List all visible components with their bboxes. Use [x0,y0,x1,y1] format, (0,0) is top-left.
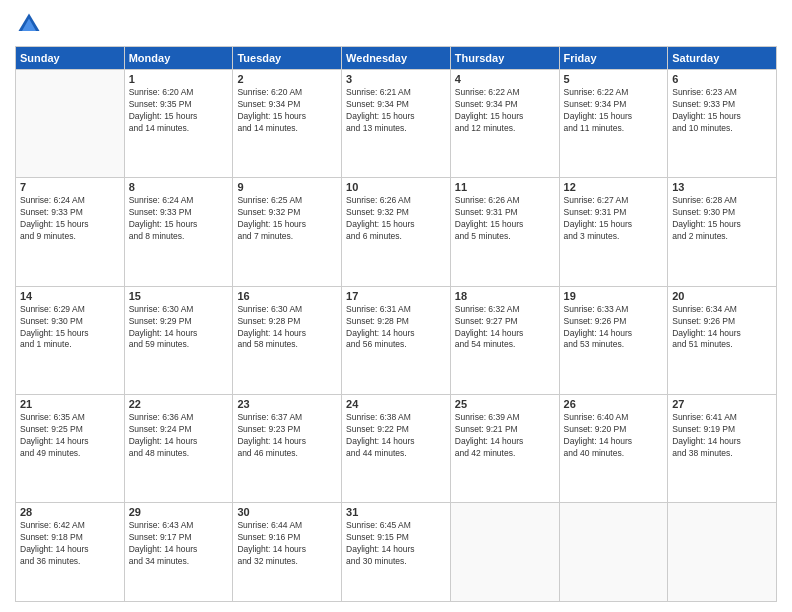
calendar-day-cell: 19Sunrise: 6:33 AMSunset: 9:26 PMDayligh… [559,286,668,394]
weekday-header: Sunday [16,47,125,70]
page: SundayMondayTuesdayWednesdayThursdayFrid… [0,0,792,612]
calendar-day-cell: 22Sunrise: 6:36 AMSunset: 9:24 PMDayligh… [124,395,233,503]
calendar-day-cell: 8Sunrise: 6:24 AMSunset: 9:33 PMDaylight… [124,178,233,286]
day-info: Sunrise: 6:31 AMSunset: 9:28 PMDaylight:… [346,304,446,352]
logo [15,10,45,38]
day-number: 2 [237,73,337,85]
calendar-day-cell [16,70,125,178]
day-number: 28 [20,506,120,518]
calendar-week-row: 7Sunrise: 6:24 AMSunset: 9:33 PMDaylight… [16,178,777,286]
day-number: 23 [237,398,337,410]
day-number: 14 [20,290,120,302]
calendar-day-cell: 9Sunrise: 6:25 AMSunset: 9:32 PMDaylight… [233,178,342,286]
calendar-day-cell [559,503,668,602]
day-info: Sunrise: 6:26 AMSunset: 9:31 PMDaylight:… [455,195,555,243]
day-number: 5 [564,73,664,85]
calendar-day-cell: 16Sunrise: 6:30 AMSunset: 9:28 PMDayligh… [233,286,342,394]
day-number: 26 [564,398,664,410]
day-number: 30 [237,506,337,518]
day-info: Sunrise: 6:20 AMSunset: 9:34 PMDaylight:… [237,87,337,135]
weekday-header: Monday [124,47,233,70]
calendar-day-cell: 29Sunrise: 6:43 AMSunset: 9:17 PMDayligh… [124,503,233,602]
day-number: 13 [672,181,772,193]
calendar-week-row: 1Sunrise: 6:20 AMSunset: 9:35 PMDaylight… [16,70,777,178]
day-info: Sunrise: 6:26 AMSunset: 9:32 PMDaylight:… [346,195,446,243]
calendar-week-row: 14Sunrise: 6:29 AMSunset: 9:30 PMDayligh… [16,286,777,394]
day-number: 15 [129,290,229,302]
calendar-day-cell: 24Sunrise: 6:38 AMSunset: 9:22 PMDayligh… [342,395,451,503]
weekday-header: Friday [559,47,668,70]
day-number: 31 [346,506,446,518]
calendar-day-cell: 6Sunrise: 6:23 AMSunset: 9:33 PMDaylight… [668,70,777,178]
calendar-day-cell: 11Sunrise: 6:26 AMSunset: 9:31 PMDayligh… [450,178,559,286]
day-info: Sunrise: 6:45 AMSunset: 9:15 PMDaylight:… [346,520,446,568]
day-info: Sunrise: 6:24 AMSunset: 9:33 PMDaylight:… [20,195,120,243]
day-number: 3 [346,73,446,85]
day-info: Sunrise: 6:32 AMSunset: 9:27 PMDaylight:… [455,304,555,352]
calendar-day-cell [668,503,777,602]
day-info: Sunrise: 6:38 AMSunset: 9:22 PMDaylight:… [346,412,446,460]
day-info: Sunrise: 6:20 AMSunset: 9:35 PMDaylight:… [129,87,229,135]
day-number: 6 [672,73,772,85]
day-info: Sunrise: 6:27 AMSunset: 9:31 PMDaylight:… [564,195,664,243]
day-number: 4 [455,73,555,85]
day-info: Sunrise: 6:24 AMSunset: 9:33 PMDaylight:… [129,195,229,243]
day-info: Sunrise: 6:34 AMSunset: 9:26 PMDaylight:… [672,304,772,352]
day-info: Sunrise: 6:22 AMSunset: 9:34 PMDaylight:… [564,87,664,135]
calendar-day-cell: 12Sunrise: 6:27 AMSunset: 9:31 PMDayligh… [559,178,668,286]
day-number: 7 [20,181,120,193]
calendar-day-cell: 28Sunrise: 6:42 AMSunset: 9:18 PMDayligh… [16,503,125,602]
day-number: 1 [129,73,229,85]
day-info: Sunrise: 6:28 AMSunset: 9:30 PMDaylight:… [672,195,772,243]
day-info: Sunrise: 6:40 AMSunset: 9:20 PMDaylight:… [564,412,664,460]
calendar-day-cell: 3Sunrise: 6:21 AMSunset: 9:34 PMDaylight… [342,70,451,178]
calendar-week-row: 21Sunrise: 6:35 AMSunset: 9:25 PMDayligh… [16,395,777,503]
day-number: 19 [564,290,664,302]
day-number: 16 [237,290,337,302]
calendar-day-cell [450,503,559,602]
day-info: Sunrise: 6:30 AMSunset: 9:29 PMDaylight:… [129,304,229,352]
day-info: Sunrise: 6:29 AMSunset: 9:30 PMDaylight:… [20,304,120,352]
day-number: 20 [672,290,772,302]
day-info: Sunrise: 6:43 AMSunset: 9:17 PMDaylight:… [129,520,229,568]
calendar-day-cell: 1Sunrise: 6:20 AMSunset: 9:35 PMDaylight… [124,70,233,178]
day-number: 9 [237,181,337,193]
calendar-header: SundayMondayTuesdayWednesdayThursdayFrid… [16,47,777,70]
calendar-day-cell: 27Sunrise: 6:41 AMSunset: 9:19 PMDayligh… [668,395,777,503]
day-info: Sunrise: 6:41 AMSunset: 9:19 PMDaylight:… [672,412,772,460]
calendar-day-cell: 14Sunrise: 6:29 AMSunset: 9:30 PMDayligh… [16,286,125,394]
calendar-day-cell: 26Sunrise: 6:40 AMSunset: 9:20 PMDayligh… [559,395,668,503]
day-number: 12 [564,181,664,193]
calendar-day-cell: 17Sunrise: 6:31 AMSunset: 9:28 PMDayligh… [342,286,451,394]
day-number: 10 [346,181,446,193]
day-info: Sunrise: 6:30 AMSunset: 9:28 PMDaylight:… [237,304,337,352]
logo-icon [15,10,43,38]
calendar-day-cell: 10Sunrise: 6:26 AMSunset: 9:32 PMDayligh… [342,178,451,286]
calendar-day-cell: 31Sunrise: 6:45 AMSunset: 9:15 PMDayligh… [342,503,451,602]
calendar-day-cell: 20Sunrise: 6:34 AMSunset: 9:26 PMDayligh… [668,286,777,394]
calendar-day-cell: 5Sunrise: 6:22 AMSunset: 9:34 PMDaylight… [559,70,668,178]
day-info: Sunrise: 6:22 AMSunset: 9:34 PMDaylight:… [455,87,555,135]
weekday-header: Tuesday [233,47,342,70]
day-number: 17 [346,290,446,302]
day-number: 27 [672,398,772,410]
calendar-day-cell: 13Sunrise: 6:28 AMSunset: 9:30 PMDayligh… [668,178,777,286]
calendar-day-cell: 15Sunrise: 6:30 AMSunset: 9:29 PMDayligh… [124,286,233,394]
day-number: 8 [129,181,229,193]
header [15,10,777,38]
calendar-day-cell: 2Sunrise: 6:20 AMSunset: 9:34 PMDaylight… [233,70,342,178]
day-number: 21 [20,398,120,410]
day-number: 24 [346,398,446,410]
calendar-table: SundayMondayTuesdayWednesdayThursdayFrid… [15,46,777,602]
weekday-header: Saturday [668,47,777,70]
day-info: Sunrise: 6:25 AMSunset: 9:32 PMDaylight:… [237,195,337,243]
day-info: Sunrise: 6:33 AMSunset: 9:26 PMDaylight:… [564,304,664,352]
day-info: Sunrise: 6:39 AMSunset: 9:21 PMDaylight:… [455,412,555,460]
weekday-header: Thursday [450,47,559,70]
day-number: 22 [129,398,229,410]
calendar-day-cell: 4Sunrise: 6:22 AMSunset: 9:34 PMDaylight… [450,70,559,178]
day-info: Sunrise: 6:35 AMSunset: 9:25 PMDaylight:… [20,412,120,460]
calendar-day-cell: 21Sunrise: 6:35 AMSunset: 9:25 PMDayligh… [16,395,125,503]
day-number: 11 [455,181,555,193]
calendar-body: 1Sunrise: 6:20 AMSunset: 9:35 PMDaylight… [16,70,777,602]
